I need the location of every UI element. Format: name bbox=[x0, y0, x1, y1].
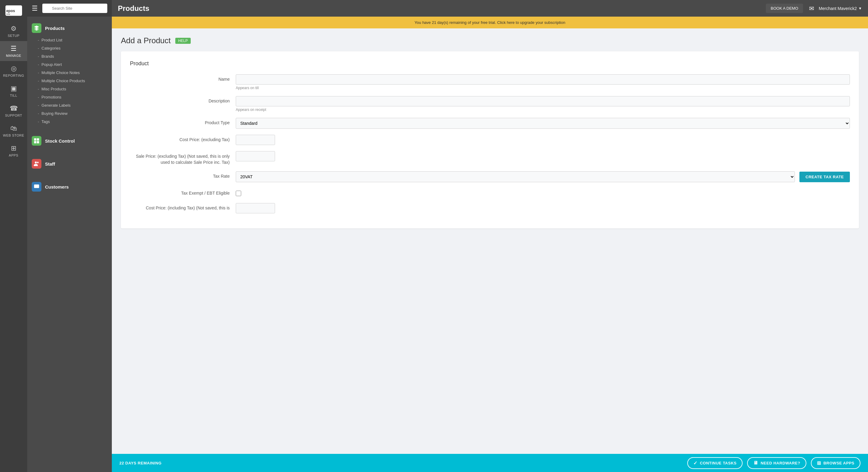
sidebar-item-till[interactable]: ▣ TILL bbox=[0, 81, 27, 101]
sidebar-item-staff[interactable]: Staff bbox=[27, 156, 112, 171]
sidebar-item-stock-control[interactable]: Stock Control bbox=[27, 133, 112, 149]
sidebar-sub-item-tags[interactable]: Tags bbox=[33, 118, 112, 126]
tax-rate-select[interactable]: 20VAT 0VAT 5VAT bbox=[236, 171, 795, 182]
name-label: Name bbox=[130, 74, 236, 82]
continue-tasks-button[interactable]: ✓ CONTINUE TASKS bbox=[687, 457, 743, 469]
sidebar-item-customers[interactable]: Customers bbox=[27, 179, 112, 195]
sidebar-item-apps[interactable]: ⊞ APPS bbox=[0, 141, 27, 161]
svg-rect-3 bbox=[34, 138, 37, 141]
page-title: Add a Product bbox=[121, 36, 171, 45]
setup-label: SETUP bbox=[7, 34, 19, 37]
user-info: Merchant Maverick2 ▼ bbox=[819, 6, 862, 11]
reporting-icon: ◎ bbox=[11, 65, 17, 72]
sidebar-sub-item-categories[interactable]: Categories bbox=[33, 44, 112, 52]
sidebar-item-products[interactable]: Products bbox=[27, 20, 112, 36]
sidebar-sub-item-multiple-choice-notes[interactable]: Multiple Choice Notes bbox=[33, 69, 112, 77]
name-input[interactable] bbox=[236, 74, 850, 85]
svg-rect-9 bbox=[34, 185, 39, 188]
tax-rate-label: Tax Rate bbox=[130, 171, 236, 179]
description-label: Description bbox=[130, 96, 236, 103]
tax-exempt-checkbox[interactable] bbox=[236, 191, 241, 196]
trial-text: You have 21 day(s) remaining of your fre… bbox=[415, 20, 565, 25]
cost-price-field-wrap bbox=[236, 135, 850, 145]
apps-icon: ⊞ bbox=[11, 145, 16, 152]
bottom-buttons: ✓ CONTINUE TASKS 🖥 NEED HARDWARE? ⊞ BROW… bbox=[687, 457, 861, 469]
customers-section: Customers bbox=[27, 175, 112, 198]
sidebar-item-manage[interactable]: ☰ MANAGE bbox=[0, 41, 27, 61]
need-hardware-label: NEED HARDWARE? bbox=[761, 461, 800, 465]
bottom-bar: 22 DAYS REMAINING ✓ CONTINUE TASKS 🖥 NEE… bbox=[112, 454, 868, 472]
need-hardware-button[interactable]: 🖥 NEED HARDWARE? bbox=[747, 457, 806, 469]
sidebar-sub-item-promotions[interactable]: Promotions bbox=[33, 93, 112, 101]
products-icon bbox=[32, 23, 41, 33]
browse-apps-label: BROWSE APPS bbox=[823, 461, 855, 465]
topnav-title: Products bbox=[118, 4, 766, 13]
sale-price-field-wrap bbox=[236, 151, 850, 161]
svg-rect-5 bbox=[34, 141, 37, 144]
customers-label: Customers bbox=[45, 184, 69, 189]
sidebar-item-support[interactable]: ☎ SUPPORT bbox=[0, 101, 27, 121]
reporting-label: REPORTING bbox=[3, 74, 24, 77]
webstore-label: WEB STORE bbox=[3, 133, 24, 137]
sidebar-sub-item-multiple-choice-products[interactable]: Multiple Choice Products bbox=[33, 77, 112, 85]
svg-point-8 bbox=[37, 162, 39, 163]
create-tax-rate-button[interactable]: CREATE TAX RATE bbox=[799, 171, 850, 182]
icon-bar: epos now ⚙ SETUP ☰ MANAGE ◎ REPORTING ▣ … bbox=[0, 0, 27, 472]
topnav: Products BOOK A DEMO ✉ Merchant Maverick… bbox=[112, 0, 868, 17]
sidebar-sub-item-product-list[interactable]: Product List bbox=[33, 36, 112, 44]
products-label: Products bbox=[45, 26, 65, 31]
monitor-icon: 🖥 bbox=[753, 460, 758, 466]
sidebar-sub-item-misc-products[interactable]: Misc Products bbox=[33, 85, 112, 93]
user-chevron-icon[interactable]: ▼ bbox=[858, 6, 862, 10]
cost-price-incl-input[interactable] bbox=[236, 203, 275, 213]
cost-price-input[interactable] bbox=[236, 135, 275, 145]
sidebar-header: ☰ 🔍 bbox=[27, 0, 112, 17]
content-area: Add a Product HELP Product Name Appears … bbox=[112, 28, 868, 454]
sidebar-item-setup[interactable]: ⚙ SETUP bbox=[0, 21, 27, 41]
tax-exempt-row: Tax Exempt / EBT Eligible bbox=[130, 188, 850, 197]
mail-icon[interactable]: ✉ bbox=[809, 5, 814, 12]
sidebar-sub-item-generate-labels[interactable]: Generate Labels bbox=[33, 101, 112, 109]
product-type-field-wrap: Standard Variable Bundle bbox=[236, 118, 850, 129]
main: Products BOOK A DEMO ✉ Merchant Maverick… bbox=[112, 0, 868, 472]
cost-price-incl-row: Cost Price: (including Tax) (Not saved, … bbox=[130, 203, 850, 213]
tax-exempt-label: Tax Exempt / EBT Eligible bbox=[130, 188, 236, 195]
page-title-row: Add a Product HELP bbox=[121, 36, 859, 45]
browse-apps-button[interactable]: ⊞ BROWSE APPS bbox=[811, 457, 861, 469]
name-field-wrap: Appears on till bbox=[236, 74, 850, 90]
help-badge[interactable]: HELP bbox=[175, 38, 191, 44]
stock-control-section: Stock Control bbox=[27, 129, 112, 152]
hamburger-icon[interactable]: ☰ bbox=[32, 4, 38, 12]
manage-label: MANAGE bbox=[6, 54, 22, 57]
support-label: SUPPORT bbox=[5, 114, 22, 117]
trial-banner[interactable]: You have 21 day(s) remaining of your fre… bbox=[112, 17, 868, 28]
till-icon: ▣ bbox=[10, 85, 17, 92]
product-type-label: Product Type bbox=[130, 118, 236, 125]
sale-price-input[interactable] bbox=[236, 151, 275, 161]
description-input[interactable] bbox=[236, 96, 850, 106]
sidebar-item-webstore[interactable]: 🛍 WEB STORE bbox=[0, 121, 27, 141]
name-hint: Appears on till bbox=[236, 86, 850, 90]
continue-tasks-label: CONTINUE TASKS bbox=[700, 461, 737, 465]
book-demo-button[interactable]: BOOK A DEMO bbox=[766, 4, 803, 13]
sidebar-item-reporting[interactable]: ◎ REPORTING bbox=[0, 61, 27, 81]
topnav-right: ✉ Merchant Maverick2 ▼ bbox=[809, 5, 862, 12]
logo[interactable]: epos now bbox=[3, 3, 24, 18]
svg-text:now: now bbox=[6, 13, 10, 15]
products-sub-items: Product List Categories Brands Popup Ale… bbox=[27, 36, 112, 126]
sale-price-row: Sale Price: (excluding Tax) (Not saved, … bbox=[130, 151, 850, 165]
cost-price-incl-label: Cost Price: (including Tax) (Not saved, … bbox=[130, 203, 236, 210]
sidebar-sub-item-brands[interactable]: Brands bbox=[33, 52, 112, 60]
search-input[interactable] bbox=[42, 4, 107, 13]
stock-control-icon bbox=[32, 136, 41, 146]
sidebar-sub-item-popup-alert[interactable]: Popup Alert bbox=[33, 60, 112, 69]
sidebar: ☰ 🔍 Products Product List Categories Bra… bbox=[27, 0, 112, 472]
stock-control-label: Stock Control bbox=[45, 138, 75, 144]
product-type-select[interactable]: Standard Variable Bundle bbox=[236, 118, 850, 129]
till-label: TILL bbox=[10, 94, 17, 97]
checkmark-icon: ✓ bbox=[693, 460, 698, 466]
manage-icon: ☰ bbox=[10, 45, 17, 53]
sidebar-sub-item-buying-review[interactable]: Buying Review bbox=[33, 109, 112, 118]
product-type-row: Product Type Standard Variable Bundle bbox=[130, 118, 850, 129]
svg-text:epos: epos bbox=[6, 9, 15, 13]
